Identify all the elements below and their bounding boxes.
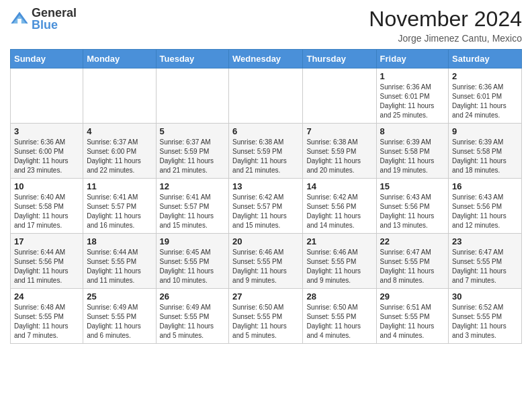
day-info: Sunrise: 6:42 AM Sunset: 5:57 PM Dayligh… (232, 193, 299, 230)
day-cell: 23Sunrise: 6:47 AM Sunset: 5:55 PM Dayli… (449, 234, 522, 289)
svg-rect-3 (17, 19, 21, 24)
title-area: November 2024 Jorge Jimenez Cantu, Mexic… (369, 7, 522, 44)
weekday-header-tuesday: Tuesday (156, 50, 229, 68)
day-cell (156, 68, 229, 124)
day-number: 8 (380, 126, 445, 136)
week-row-2: 3Sunrise: 6:36 AM Sunset: 6:00 PM Daylig… (11, 124, 522, 179)
day-info: Sunrise: 6:45 AM Sunset: 5:55 PM Dayligh… (160, 248, 226, 285)
day-number: 4 (87, 126, 152, 136)
day-info: Sunrise: 6:39 AM Sunset: 5:58 PM Dayligh… (452, 138, 518, 175)
day-number: 10 (14, 181, 79, 191)
day-cell: 5Sunrise: 6:37 AM Sunset: 5:59 PM Daylig… (156, 124, 229, 179)
day-cell: 15Sunrise: 6:43 AM Sunset: 5:56 PM Dayli… (376, 179, 448, 234)
day-number: 15 (380, 181, 445, 191)
weekday-header-saturday: Saturday (449, 50, 522, 68)
day-cell: 18Sunrise: 6:44 AM Sunset: 5:55 PM Dayli… (83, 234, 156, 289)
month-title: November 2024 (369, 7, 522, 32)
day-cell: 29Sunrise: 6:51 AM Sunset: 5:55 PM Dayli… (376, 289, 448, 344)
weekday-header-friday: Friday (376, 50, 448, 68)
day-cell: 2Sunrise: 6:36 AM Sunset: 6:01 PM Daylig… (449, 68, 522, 124)
day-info: Sunrise: 6:36 AM Sunset: 6:00 PM Dayligh… (14, 138, 79, 175)
day-number: 13 (232, 181, 299, 191)
day-number: 19 (160, 236, 226, 246)
day-info: Sunrise: 6:38 AM Sunset: 5:59 PM Dayligh… (306, 138, 372, 175)
day-cell: 1Sunrise: 6:36 AM Sunset: 6:01 PM Daylig… (376, 68, 448, 124)
day-cell (11, 68, 83, 124)
day-info: Sunrise: 6:49 AM Sunset: 5:55 PM Dayligh… (87, 303, 152, 340)
day-cell: 28Sunrise: 6:50 AM Sunset: 5:55 PM Dayli… (303, 289, 376, 344)
day-cell: 7Sunrise: 6:38 AM Sunset: 5:59 PM Daylig… (303, 124, 376, 179)
weekday-header-row: SundayMondayTuesdayWednesdayThursdayFrid… (11, 50, 522, 68)
day-number: 6 (232, 126, 299, 136)
day-cell (303, 68, 376, 124)
day-cell: 19Sunrise: 6:45 AM Sunset: 5:55 PM Dayli… (156, 234, 229, 289)
day-number: 24 (14, 291, 79, 302)
day-cell: 24Sunrise: 6:48 AM Sunset: 5:55 PM Dayli… (11, 289, 83, 344)
day-cell: 6Sunrise: 6:38 AM Sunset: 5:59 PM Daylig… (229, 124, 303, 179)
day-info: Sunrise: 6:50 AM Sunset: 5:55 PM Dayligh… (232, 303, 299, 340)
week-row-4: 17Sunrise: 6:44 AM Sunset: 5:56 PM Dayli… (11, 234, 522, 289)
logo-icon (10, 9, 29, 28)
day-number: 27 (232, 291, 299, 302)
day-info: Sunrise: 6:49 AM Sunset: 5:55 PM Dayligh… (160, 303, 226, 340)
day-number: 29 (380, 291, 445, 302)
day-info: Sunrise: 6:46 AM Sunset: 5:55 PM Dayligh… (306, 248, 372, 285)
day-number: 18 (87, 236, 152, 246)
day-info: Sunrise: 6:41 AM Sunset: 5:57 PM Dayligh… (160, 193, 226, 230)
day-number: 28 (306, 291, 372, 302)
weekday-header-sunday: Sunday (11, 50, 83, 68)
day-cell: 30Sunrise: 6:52 AM Sunset: 5:55 PM Dayli… (449, 289, 522, 344)
day-number: 25 (87, 291, 152, 302)
day-cell: 22Sunrise: 6:47 AM Sunset: 5:55 PM Dayli… (376, 234, 448, 289)
day-cell: 21Sunrise: 6:46 AM Sunset: 5:55 PM Dayli… (303, 234, 376, 289)
day-cell: 13Sunrise: 6:42 AM Sunset: 5:57 PM Dayli… (229, 179, 303, 234)
day-number: 22 (380, 236, 445, 246)
day-number: 12 (160, 181, 226, 191)
day-info: Sunrise: 6:52 AM Sunset: 5:55 PM Dayligh… (452, 303, 518, 340)
day-info: Sunrise: 6:46 AM Sunset: 5:55 PM Dayligh… (232, 248, 299, 285)
day-info: Sunrise: 6:36 AM Sunset: 6:01 PM Dayligh… (380, 83, 445, 120)
day-cell: 20Sunrise: 6:46 AM Sunset: 5:55 PM Dayli… (229, 234, 303, 289)
day-cell: 14Sunrise: 6:42 AM Sunset: 5:56 PM Dayli… (303, 179, 376, 234)
day-number: 11 (87, 181, 152, 191)
day-number: 2 (452, 71, 518, 81)
day-info: Sunrise: 6:44 AM Sunset: 5:56 PM Dayligh… (14, 248, 79, 285)
weekday-header-thursday: Thursday (303, 50, 376, 68)
day-cell: 11Sunrise: 6:41 AM Sunset: 5:57 PM Dayli… (83, 179, 156, 234)
logo: General Blue (10, 7, 77, 31)
day-info: Sunrise: 6:43 AM Sunset: 5:56 PM Dayligh… (380, 193, 445, 230)
calendar-table: SundayMondayTuesdayWednesdayThursdayFrid… (10, 49, 522, 344)
day-info: Sunrise: 6:51 AM Sunset: 5:55 PM Dayligh… (380, 303, 445, 340)
weekday-header-monday: Monday (83, 50, 156, 68)
day-info: Sunrise: 6:44 AM Sunset: 5:55 PM Dayligh… (87, 248, 152, 285)
day-cell: 16Sunrise: 6:43 AM Sunset: 5:56 PM Dayli… (449, 179, 522, 234)
day-number: 23 (452, 236, 518, 246)
day-number: 30 (452, 291, 518, 302)
day-info: Sunrise: 6:50 AM Sunset: 5:55 PM Dayligh… (306, 303, 372, 340)
day-number: 5 (160, 126, 226, 136)
day-info: Sunrise: 6:43 AM Sunset: 5:56 PM Dayligh… (452, 193, 518, 230)
day-number: 3 (14, 126, 79, 136)
week-row-1: 1Sunrise: 6:36 AM Sunset: 6:01 PM Daylig… (11, 68, 522, 124)
day-number: 7 (306, 126, 372, 136)
header-area: General Blue November 2024 Jorge Jimenez… (10, 7, 522, 44)
day-cell: 27Sunrise: 6:50 AM Sunset: 5:55 PM Dayli… (229, 289, 303, 344)
day-cell: 25Sunrise: 6:49 AM Sunset: 5:55 PM Dayli… (83, 289, 156, 344)
day-info: Sunrise: 6:41 AM Sunset: 5:57 PM Dayligh… (87, 193, 152, 230)
day-number: 26 (160, 291, 226, 302)
day-info: Sunrise: 6:36 AM Sunset: 6:01 PM Dayligh… (452, 83, 518, 120)
day-number: 21 (306, 236, 372, 246)
day-info: Sunrise: 6:42 AM Sunset: 5:56 PM Dayligh… (306, 193, 372, 230)
day-info: Sunrise: 6:37 AM Sunset: 5:59 PM Dayligh… (160, 138, 226, 175)
day-cell: 8Sunrise: 6:39 AM Sunset: 5:58 PM Daylig… (376, 124, 448, 179)
week-row-5: 24Sunrise: 6:48 AM Sunset: 5:55 PM Dayli… (11, 289, 522, 344)
week-row-3: 10Sunrise: 6:40 AM Sunset: 5:58 PM Dayli… (11, 179, 522, 234)
weekday-header-wednesday: Wednesday (229, 50, 303, 68)
day-info: Sunrise: 6:39 AM Sunset: 5:58 PM Dayligh… (380, 138, 445, 175)
day-info: Sunrise: 6:48 AM Sunset: 5:55 PM Dayligh… (14, 303, 79, 340)
day-number: 20 (232, 236, 299, 246)
subtitle: Jorge Jimenez Cantu, Mexico (369, 33, 522, 44)
day-cell (83, 68, 156, 124)
day-number: 16 (452, 181, 518, 191)
day-cell: 3Sunrise: 6:36 AM Sunset: 6:00 PM Daylig… (11, 124, 83, 179)
